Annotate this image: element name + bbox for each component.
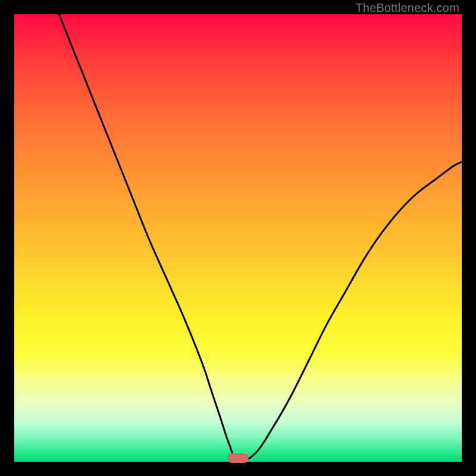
bottleneck-curve [14,14,462,462]
optimum-marker [227,453,249,463]
chart-frame: TheBottleneck.com [0,0,476,476]
plot-area [14,14,462,462]
watermark-text: TheBottleneck.com [355,1,459,15]
